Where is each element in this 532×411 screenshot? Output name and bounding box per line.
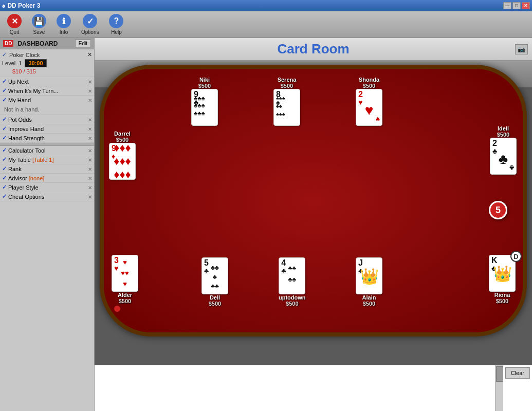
player-style-close[interactable]: ✕ <box>88 184 92 190</box>
quit-button[interactable]: ✕ Quit <box>4 13 25 36</box>
player-alder: 3 ♥ ♥♥♥♥ Alder $500 <box>112 255 138 304</box>
my-hand-close[interactable]: ✕ <box>88 97 92 103</box>
advisor-label: Advisor <box>8 175 27 181</box>
advisor-item[interactable]: ✓ Advisor [none] ✕ <box>0 174 94 182</box>
rank-label: Rank <box>8 166 22 172</box>
when-my-turn-item[interactable]: ✓ When It's My Turn... ✕ <box>0 86 94 95</box>
advisor-value: [none] <box>27 175 45 181</box>
poker-clock-label: Poker Clock <box>9 52 40 58</box>
card-alder: 3 ♥ ♥♥♥♥ <box>112 255 138 292</box>
table-area: Darrel $500 9 ♦ ♦♦♦♦♦♦♦♦♦ <box>95 61 532 365</box>
player-riona-chips: $500 <box>496 298 508 304</box>
card-serena: 8 ♠ ♠♠♠♠♠♠♠♠ <box>273 89 300 126</box>
edit-button[interactable]: Edit <box>75 40 91 47</box>
hand-strength-item[interactable]: ✓ Hand Strength ✕ <box>0 134 94 142</box>
save-button[interactable]: 💾 Save <box>29 13 49 36</box>
quit-label: Quit <box>10 29 19 35</box>
improve-hand-close[interactable]: ✕ <box>88 126 92 132</box>
player-uptodown: 4 ♣ ♣♣♣♣ uptodown $500 <box>279 257 306 307</box>
dashboard-header: DD DASHBOARD Edit <box>0 38 94 49</box>
pot-odds-item[interactable]: ✓ Pot Odds ✕ <box>0 115 94 124</box>
table-inner: Darrel $500 9 ♦ ♦♦♦♦♦♦♦♦♦ <box>104 69 523 332</box>
improve-hand-section: ✓ Improve Hand ✕ <box>0 124 94 134</box>
info-button[interactable]: ℹ Info <box>53 13 74 36</box>
log-area: Clear <box>95 365 532 411</box>
when-my-turn-close[interactable]: ✕ <box>88 88 92 94</box>
close-button[interactable]: ✕ <box>522 2 530 9</box>
title-bar-left: ♠ DD Poker 3 <box>2 2 40 9</box>
save-icon: 💾 <box>32 14 46 28</box>
player-dell-chips: $500 <box>209 301 221 307</box>
log-scrollbar[interactable] <box>495 365 503 411</box>
not-in-hand-text: Not in a hand. <box>0 104 94 115</box>
player-alain-chips: $500 <box>363 301 375 307</box>
card-room-title: Card Room <box>277 41 349 57</box>
level-num: 1 <box>19 60 22 66</box>
player-darrel-name: Darrel <box>114 130 131 137</box>
player-uptodown-chips: $500 <box>286 301 298 307</box>
up-next-label: Up Next <box>8 79 29 85</box>
rank-item[interactable]: ✓ Rank ✕ <box>0 164 94 173</box>
player-serena: Serena $500 8 ♠ ♠♠♠♠♠♠♠♠ <box>273 77 300 126</box>
player-uptodown-name: uptodown <box>279 294 306 301</box>
advisor-close[interactable]: ✕ <box>88 175 92 181</box>
window-title: DD Poker 3 <box>7 2 40 9</box>
cheat-options-label: Cheat Options <box>8 194 44 200</box>
dd-logo: DD <box>3 40 13 47</box>
player-niki: Niki $500 9 ♣ ♣♣♣♣♣♣♣♣♣ <box>191 77 218 126</box>
card-dell: 5 ♣ ♣♣♣♣♣ <box>201 257 228 294</box>
my-hand-label: My Hand <box>8 97 31 103</box>
title-bar-controls: — □ ✕ <box>503 2 530 9</box>
card-shonda: 2 ♥ ♥ ♥ <box>356 89 382 126</box>
maximize-button[interactable]: □ <box>512 2 521 9</box>
screenshot-button[interactable]: 📷 <box>515 44 528 54</box>
poker-clock-row[interactable]: ✓ Poker Clock ✕ <box>2 51 92 58</box>
options-button[interactable]: ✓ Options <box>78 13 102 36</box>
calculator-section: ✓ Calculator Tool ✕ <box>0 146 94 155</box>
card-room-header: Card Room 📷 <box>95 38 532 61</box>
player-riona: K ♣ 👑 D Riona $500 <box>489 255 516 304</box>
hand-strength-close[interactable]: ✕ <box>88 135 92 141</box>
calculator-item[interactable]: ✓ Calculator Tool ✕ <box>0 146 94 155</box>
up-next-section: ✓ Up Next ✕ <box>0 77 94 86</box>
pot-odds-close[interactable]: ✕ <box>88 117 92 122</box>
player-serena-name: Serena <box>278 77 297 83</box>
minimize-button[interactable]: — <box>503 2 511 9</box>
improve-hand-item[interactable]: ✓ Improve Hand ✕ <box>0 124 94 133</box>
title-bar-icon: ♠ <box>2 2 5 9</box>
calculator-close[interactable]: ✕ <box>88 147 92 153</box>
dealer-button: D <box>510 251 522 262</box>
player-dell: 5 ♣ ♣♣♣♣♣ Dell $500 <box>201 257 228 307</box>
player-style-item[interactable]: ✓ Player Style ✕ <box>0 183 94 192</box>
player-alain: J ♣ 👑 Alain $500 <box>356 257 382 307</box>
player-dell-name: Dell <box>210 294 220 301</box>
cheat-options-item[interactable]: ✓ Cheat Options ✕ <box>0 192 94 201</box>
help-button[interactable]: ? Help <box>106 13 126 36</box>
player-shonda: Shonda $500 2 ♥ ♥ ♥ <box>356 77 382 126</box>
clear-button[interactable]: Clear <box>505 367 530 379</box>
my-table-item[interactable]: ✓ My Table [Table 1] ✕ <box>0 155 94 164</box>
my-table-close[interactable]: ✕ <box>88 157 92 162</box>
player-riona-name: Riona <box>494 292 510 298</box>
hand-strength-label: Hand Strength <box>8 135 45 141</box>
options-icon: ✓ <box>83 14 97 28</box>
player-style-section: ✓ Player Style ✕ <box>0 183 94 192</box>
rank-close[interactable]: ✕ <box>88 166 92 172</box>
card-alain: J ♣ 👑 <box>356 257 382 294</box>
poker-clock-close[interactable]: ✕ <box>87 51 92 58</box>
info-icon: ℹ <box>57 14 71 28</box>
cheat-options-close[interactable]: ✕ <box>88 194 92 199</box>
my-hand-item[interactable]: ✓ My Hand ✕ <box>0 96 94 104</box>
up-next-close[interactable]: ✕ <box>88 79 92 84</box>
log-scroll-thumb[interactable] <box>496 366 503 382</box>
rank-section: ✓ Rank ✕ <box>0 164 94 174</box>
player-style-label: Player Style <box>8 184 39 191</box>
player-niki-name: Niki <box>199 77 210 83</box>
pot-chip: 5 <box>489 201 507 219</box>
options-label: Options <box>81 29 99 35</box>
pot-odds-section: ✓ Pot Odds ✕ <box>0 115 94 124</box>
improve-hand-label: Improve Hand <box>8 126 44 132</box>
up-next-item[interactable]: ✓ Up Next ✕ <box>0 77 94 86</box>
player-idell-chips: $500 <box>497 132 509 138</box>
log-content <box>95 365 495 411</box>
